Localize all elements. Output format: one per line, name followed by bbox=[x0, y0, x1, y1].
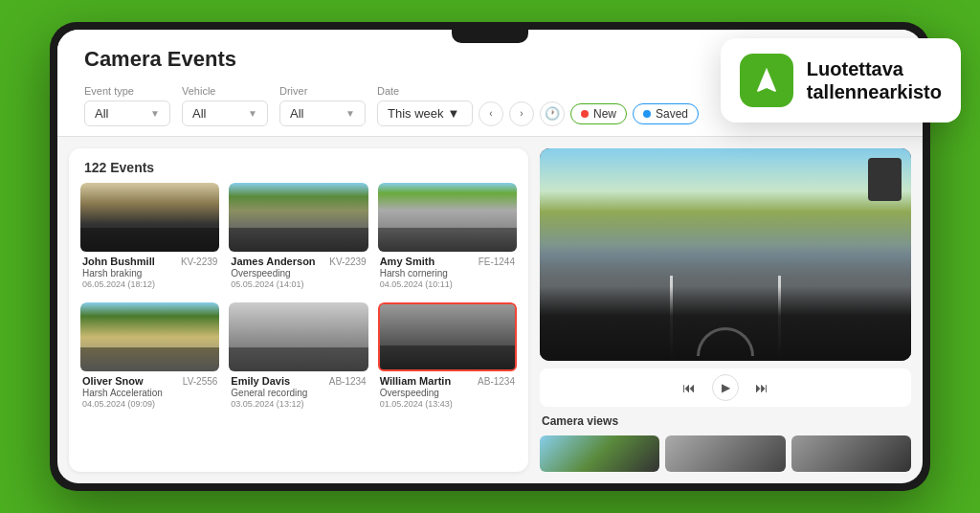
events-grid: John Bushmill KV-2239 Harsh braking 06.0… bbox=[69, 183, 528, 424]
event-driver-name: John Bushmill bbox=[82, 256, 155, 267]
event-type-label: Harsh cornering bbox=[380, 268, 515, 279]
driver-filter: Driver All ▼ bbox=[279, 85, 366, 126]
steering-wheel-icon bbox=[697, 327, 754, 356]
event-thumbnail-selected bbox=[378, 302, 517, 371]
date-select[interactable]: This week ▼ bbox=[377, 100, 473, 126]
event-vehicle-id: AB-1234 bbox=[478, 376, 515, 387]
main-content: 122 Events John Bushmill KV-2239 Harsh b… bbox=[57, 137, 923, 483]
event-date: 04.05.2024 (09:09) bbox=[82, 399, 217, 409]
driver-label: Driver bbox=[279, 85, 366, 97]
list-item[interactable]: William Martin AB-1234 Overspeeding 01.0… bbox=[378, 302, 517, 413]
event-date: 01.05.2024 (13:43) bbox=[380, 399, 515, 409]
saved-badge-button[interactable]: Saved bbox=[633, 103, 699, 124]
event-vehicle-id: AB-1234 bbox=[329, 376, 367, 387]
camera-thumbs bbox=[540, 435, 911, 472]
navigation-icon bbox=[751, 65, 782, 96]
event-thumbnail bbox=[229, 183, 368, 252]
event-thumbnail bbox=[80, 302, 219, 371]
date-next-button[interactable]: › bbox=[509, 101, 534, 126]
list-item[interactable]: Amy Smith FE-1244 Harsh cornering 04.05.… bbox=[378, 183, 517, 293]
camera-thumb-2[interactable] bbox=[665, 435, 785, 472]
camera-device-icon bbox=[868, 158, 902, 201]
event-driver-name: Amy Smith bbox=[380, 256, 434, 267]
video-controls: ⏮ ▶ ⏭ bbox=[540, 368, 911, 407]
list-item[interactable]: John Bushmill KV-2239 Harsh braking 06.0… bbox=[80, 183, 219, 293]
vehicle-label: Vehicle bbox=[182, 85, 268, 97]
event-driver-name: James Anderson bbox=[231, 256, 315, 267]
chevron-down-icon: ▼ bbox=[150, 108, 160, 119]
list-item[interactable]: Emily Davis AB-1234 General recording 03… bbox=[229, 302, 368, 413]
event-type-label: Harsh braking bbox=[82, 268, 217, 279]
event-thumbnail bbox=[80, 183, 219, 252]
brand-card: Luotettava tallennearkisto bbox=[721, 38, 961, 123]
events-panel: 122 Events John Bushmill KV-2239 Harsh b… bbox=[69, 148, 528, 472]
new-badge-button[interactable]: New bbox=[570, 103, 627, 124]
video-scene bbox=[540, 148, 911, 361]
event-type-label: Overspeeding bbox=[380, 388, 515, 398]
vehicle-select[interactable]: All ▼ bbox=[182, 100, 268, 126]
event-vehicle-id: FE-1244 bbox=[479, 256, 515, 267]
event-date: 04.05.2024 (10:11) bbox=[380, 279, 515, 289]
events-count: 122 Events bbox=[69, 148, 528, 183]
date-label: Date bbox=[377, 85, 699, 97]
event-type-label: Event type bbox=[84, 85, 170, 97]
event-thumbnail bbox=[378, 183, 517, 252]
event-driver-name: William Martin bbox=[380, 375, 451, 387]
driver-select[interactable]: All ▼ bbox=[279, 100, 366, 126]
forward-button[interactable]: ⏭ bbox=[750, 376, 773, 399]
event-thumbnail bbox=[229, 302, 368, 371]
event-date: 03.05.2024 (13:12) bbox=[231, 399, 366, 409]
event-date: 05.05.2024 (14:01) bbox=[231, 279, 366, 289]
red-dot-icon bbox=[581, 110, 589, 118]
chevron-down-icon: ▼ bbox=[448, 106, 460, 121]
clock-icon[interactable]: 🕐 bbox=[540, 101, 565, 126]
date-controls: This week ▼ ‹ › 🕐 New Saved bbox=[377, 100, 699, 126]
blue-dot-icon bbox=[643, 110, 651, 118]
event-vehicle-id: LV-2556 bbox=[183, 376, 218, 387]
camera-thumb-1[interactable] bbox=[540, 435, 659, 472]
rewind-button[interactable]: ⏮ bbox=[678, 376, 701, 399]
event-driver-name: Oliver Snow bbox=[82, 375, 144, 387]
event-vehicle-id: KV-2239 bbox=[181, 256, 217, 267]
chevron-down-icon: ▼ bbox=[248, 108, 257, 119]
play-button[interactable]: ▶ bbox=[712, 374, 739, 401]
event-vehicle-id: KV-2239 bbox=[329, 256, 366, 267]
chevron-down-icon: ▼ bbox=[345, 108, 355, 119]
list-item[interactable]: Oliver Snow LV-2556 Harsh Acceleration 0… bbox=[80, 302, 219, 413]
vehicle-filter: Vehicle All ▼ bbox=[182, 85, 268, 126]
event-type-label: Harsh Acceleration bbox=[82, 388, 217, 398]
event-type-select[interactable]: All ▼ bbox=[84, 100, 170, 126]
event-type-label: General recording bbox=[231, 388, 366, 398]
video-player bbox=[540, 148, 911, 361]
video-panel: ⏮ ▶ ⏭ Camera views bbox=[540, 148, 911, 472]
device-notch bbox=[452, 30, 528, 43]
event-type-label: Overspeeding bbox=[231, 268, 366, 279]
event-driver-name: Emily Davis bbox=[231, 375, 290, 387]
list-item[interactable]: James Anderson KV-2239 Overspeeding 05.0… bbox=[229, 183, 368, 293]
event-date: 06.05.2024 (18:12) bbox=[82, 279, 217, 289]
brand-text: Luotettava tallennearkisto bbox=[807, 57, 942, 103]
brand-icon bbox=[740, 54, 793, 107]
date-prev-button[interactable]: ‹ bbox=[479, 101, 503, 126]
camera-views-label: Camera views bbox=[540, 414, 911, 428]
camera-thumb-3[interactable] bbox=[791, 435, 911, 472]
dashboard-overlay bbox=[540, 286, 911, 361]
event-type-filter: Event type All ▼ bbox=[84, 85, 170, 126]
date-filter: Date This week ▼ ‹ › 🕐 New bbox=[377, 85, 699, 126]
